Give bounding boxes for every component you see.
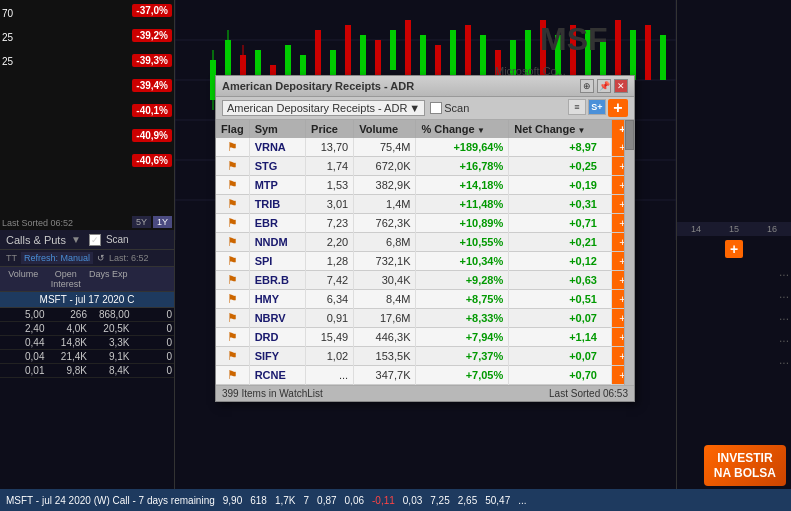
table-row[interactable]: ⚑ VRNA 13,70 75,4M +189,64% +8,97 + [216,138,634,157]
sym-cell[interactable]: TRIB [249,195,305,214]
price-cell: 7,23 [306,214,354,233]
table-row[interactable]: ⚑ RCNE ... 347,7K +7,05% +0,70 + [216,366,634,385]
scrollbar[interactable] [624,120,634,385]
volume-cell: 8,4M [354,290,416,309]
sym-cell[interactable]: STG [249,157,305,176]
add-right-button[interactable]: + [725,240,743,258]
footer-items: 399 Items in WatchList [222,388,323,399]
sym-cell[interactable]: SIFY [249,347,305,366]
toolbar-row: TT Refresh: Manual ↺ Last: 6:52 [0,250,174,267]
adr-toolbar: American Depositary Receipts - ADR ▼ Sca… [216,97,634,120]
price-cell: 3,01 [306,195,354,214]
dropdown-chevron: ▼ [409,102,420,114]
scan-checkbox-container: ✓ Scan [89,233,129,246]
table-row[interactable]: ⚑ MTP 1,53 382,9K +14,18% +0,19 + [216,176,634,195]
table-row[interactable]: ⚑ NNDM 2,20 6,8M +10,55% +0,21 + [216,233,634,252]
th-flag[interactable]: Flag [216,120,249,138]
period-1y[interactable]: 1Y [153,216,172,228]
table-row[interactable]: ⚑ DRD 15,49 446,3K +7,94% +1,14 + [216,328,634,347]
table-row[interactable]: ⚑ STG 1,74 672,0K +16,78% +0,25 + [216,157,634,176]
menu-button[interactable]: ≡ [568,99,586,115]
table-row[interactable]: ⚑ TRIB 3,01 1,4M +11,48% +0,31 + [216,195,634,214]
flag-cell[interactable]: ⚑ [216,195,249,214]
sym-cell[interactable]: NNDM [249,233,305,252]
th-pct-change[interactable]: % Change [416,120,509,138]
flag-cell[interactable]: ⚑ [216,366,249,385]
table-row[interactable]: ⚑ SPI 1,28 732,1K +10,34% +0,12 + [216,252,634,271]
sym-cell[interactable]: SPI [249,252,305,271]
flag-cell[interactable]: ⚑ [216,233,249,252]
sym-cell[interactable]: NBRV [249,309,305,328]
th-price[interactable]: Price [306,120,354,138]
sym-cell[interactable]: HMY [249,290,305,309]
table-row[interactable]: ⚑ EBR.B 7,42 30,4K +9,28% +0,63 + [216,271,634,290]
flag-cell[interactable]: ⚑ [216,157,249,176]
scan-checkbox[interactable]: ✓ [89,234,101,246]
sym-cell[interactable]: EBR.B [249,271,305,290]
flag-cell[interactable]: ⚑ [216,347,249,366]
refresh-label[interactable]: Refresh: Manual [21,252,93,264]
net-change-cell: +0,19 [509,176,612,195]
sym-cell[interactable]: RCNE [249,366,305,385]
sym-cell[interactable]: VRNA [249,138,305,157]
scrollbar-thumb[interactable] [625,120,634,150]
svg-rect-42 [630,30,636,80]
flag-cell[interactable]: ⚑ [216,271,249,290]
table-row[interactable]: ⚑ NBRV 0,91 17,6M +8,33% +0,07 + [216,309,634,328]
col-extra [130,269,173,289]
price-70: 70 [2,8,13,19]
sym-cell[interactable]: EBR [249,214,305,233]
volume-cell: 6,8M [354,233,416,252]
scan-checkbox-dialog[interactable] [430,102,442,114]
price-cell: 2,20 [306,233,354,252]
svg-rect-30 [450,30,456,80]
net-change-cell: +0,21 [509,233,612,252]
th-sym[interactable]: Sym [249,120,305,138]
bottom-val-11: 50,47 [485,495,510,506]
flag-cell[interactable]: ⚑ [216,252,249,271]
flag-cell[interactable]: ⚑ [216,290,249,309]
sym-cell[interactable]: MTP [249,176,305,195]
sym-cell[interactable]: DRD [249,328,305,347]
refresh-icon[interactable]: ↺ [97,253,105,263]
volume-cell: 446,3K [354,328,416,347]
pct-badge-6: -40,9% [132,129,172,142]
volume-cell: 17,6M [354,309,416,328]
pin-button[interactable]: 📌 [597,79,611,93]
th-volume[interactable]: Volume [354,120,416,138]
flag-cell[interactable]: ⚑ [216,328,249,347]
adr-dropdown[interactable]: American Depositary Receipts - ADR ▼ [222,100,425,116]
options-row-3: 0,44 14,8K 3,3K 0 [0,336,174,350]
table-row[interactable]: ⚑ EBR 7,23 762,3K +10,89% +0,71 + [216,214,634,233]
close-button[interactable]: ✕ [614,79,628,93]
calls-puts-label: Calls & Puts [6,234,66,246]
bottom-val-1: 9,90 [223,495,242,506]
date-14: 14 [691,224,701,234]
last-sorted-left: Last Sorted 06:52 [2,218,73,228]
s-plus-button[interactable]: S+ [588,99,606,115]
col-days-exp: Days Exp [87,269,130,289]
table-row[interactable]: ⚑ HMY 6,34 8,4M +8,75% +0,51 + [216,290,634,309]
add-watchlist-button[interactable]: + [608,99,628,117]
adr-title-text: American Depositary Receipts - ADR [222,80,414,92]
flag-cell[interactable]: ⚑ [216,309,249,328]
period-5y[interactable]: 5Y [132,216,151,228]
pct-change-cell: +7,05% [416,366,509,385]
flag-cell[interactable]: ⚑ [216,138,249,157]
adr-menu-buttons: ≡ S+ + [568,99,628,117]
flag-cell[interactable]: ⚑ [216,214,249,233]
svg-rect-32 [480,35,486,80]
scan-check-container: Scan [430,102,469,114]
move-button[interactable]: ⊕ [580,79,594,93]
col-open-interest: Open Interest [45,269,88,289]
date-16: 16 [767,224,777,234]
price-25a: 25 [2,32,13,43]
bottom-val-9: 7,25 [430,495,449,506]
dropdown-label: American Depositary Receipts - ADR [227,102,407,114]
dropdown-arrow[interactable]: ▼ [71,234,81,245]
flag-cell[interactable]: ⚑ [216,176,249,195]
th-net-change[interactable]: Net Change [509,120,612,138]
pct-change-cell: +10,55% [416,233,509,252]
table-row[interactable]: ⚑ SIFY 1,02 153,5K +7,37% +0,07 + [216,347,634,366]
svg-rect-23 [345,25,351,80]
